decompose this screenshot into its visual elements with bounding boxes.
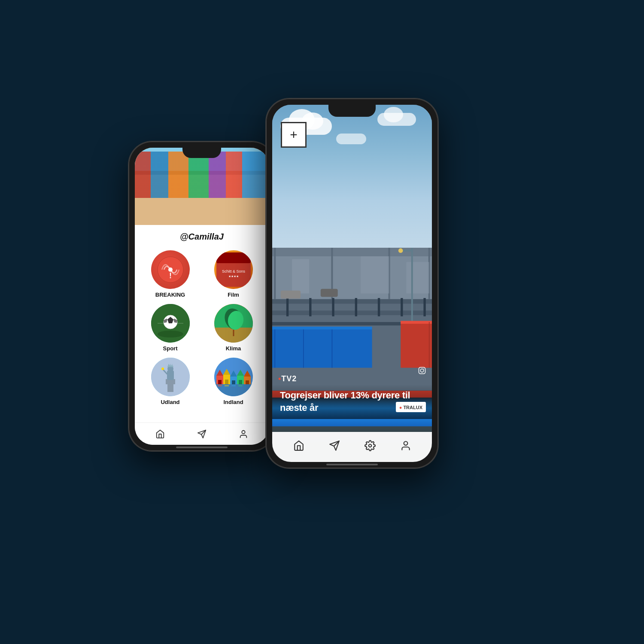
svg-point-8 (158, 331, 183, 337)
svg-rect-68 (423, 298, 425, 316)
left-bottom-nav (135, 422, 269, 445)
cloud-2 (377, 113, 416, 126)
svg-point-90 (368, 444, 371, 447)
right-nav-settings[interactable] (365, 440, 376, 454)
right-nav-send[interactable] (329, 440, 340, 454)
signal-waves: ! (151, 250, 190, 289)
svg-rect-44 (218, 385, 222, 386)
category-film[interactable]: Schitt & Sons ★★★★ Film (205, 250, 262, 298)
svg-rect-65 (355, 298, 357, 316)
svg-rect-58 (272, 299, 432, 304)
plus-icon: + (290, 128, 298, 141)
udland-label: Udland (161, 399, 179, 405)
sport-circle (151, 304, 190, 343)
notch-right (328, 105, 376, 117)
film-label: Film (228, 292, 239, 298)
klima-label: Klima (226, 345, 241, 352)
phone-left: 📷 @CamillaJ (129, 142, 275, 451)
svg-rect-82 (401, 322, 432, 368)
svg-point-50 (242, 430, 245, 433)
tv2-label: •TV2 (278, 374, 297, 383)
breaking-circle: ! (151, 250, 190, 289)
svg-rect-46 (231, 385, 236, 386)
street-scene (135, 148, 269, 225)
insta-icon (418, 367, 426, 376)
cloud-3 (336, 134, 366, 144)
svg-rect-45 (225, 385, 229, 386)
svg-point-86 (420, 369, 424, 373)
phones-container: 📷 @CamillaJ (129, 64, 515, 580)
svg-rect-83 (401, 321, 432, 324)
klima-circle (214, 304, 253, 343)
tv2-badge: •TV2 (278, 374, 297, 383)
right-nav-home[interactable] (293, 440, 304, 454)
svg-point-26 (161, 368, 164, 370)
svg-rect-67 (401, 298, 403, 316)
svg-rect-40 (239, 380, 242, 384)
svg-rect-47 (238, 385, 243, 386)
category-indland[interactable]: Indland (205, 358, 262, 405)
indland-label: Indland (223, 399, 243, 405)
svg-rect-66 (378, 298, 380, 316)
udland-circle (151, 358, 190, 396)
right-bottom-nav (272, 432, 432, 462)
svg-rect-77 (272, 328, 372, 368)
left-nav-send[interactable] (197, 429, 207, 439)
tralux-dot: ● (399, 405, 402, 410)
svg-rect-20 (167, 383, 173, 392)
svg-rect-34 (225, 380, 228, 384)
tralux-badge: ● TRALUX (396, 402, 426, 412)
notch-left (182, 148, 221, 158)
svg-rect-63 (309, 298, 311, 316)
svg-rect-69 (292, 259, 309, 293)
phone-right-screen: •TV2 + (272, 105, 432, 462)
breaking-label: BREAKING (155, 292, 185, 298)
category-udland[interactable]: Udland (142, 358, 199, 405)
category-breaking[interactable]: ! BREAKING (142, 250, 199, 298)
svg-rect-72 (281, 291, 301, 299)
film-circle: Schitt & Sons ★★★★ (214, 250, 253, 289)
svg-rect-70 (361, 256, 389, 294)
svg-rect-85 (419, 368, 425, 374)
svg-rect-4 (216, 252, 251, 263)
right-screen: •TV2 + (272, 105, 432, 462)
indland-circle (214, 358, 253, 396)
svg-point-91 (404, 441, 407, 445)
svg-rect-81 (272, 327, 372, 330)
svg-rect-59 (272, 310, 432, 315)
svg-rect-37 (232, 380, 235, 384)
svg-rect-71 (406, 262, 429, 293)
categories-grid: ! BREAKING (140, 250, 264, 405)
username-display: @CamillaJ (140, 232, 264, 242)
sport-inner (151, 304, 190, 343)
left-nav-person[interactable] (239, 429, 248, 439)
category-sport[interactable]: Sport (142, 304, 199, 352)
home-indicator-left (176, 447, 228, 448)
left-hero-image: 📷 (135, 148, 269, 225)
svg-point-76 (398, 248, 403, 253)
svg-rect-73 (321, 289, 338, 297)
right-nav-person[interactable] (400, 440, 411, 454)
svg-text:Schitt & Sons: Schitt & Sons (222, 269, 245, 273)
svg-text:★★★★: ★★★★ (228, 275, 239, 278)
left-nav-home[interactable] (155, 429, 165, 439)
sport-label: Sport (163, 345, 178, 352)
svg-text:!: ! (169, 271, 172, 280)
category-klima[interactable]: Klima (205, 304, 262, 352)
svg-rect-62 (286, 298, 289, 316)
svg-point-87 (423, 368, 424, 369)
tralux-text: ● TRALUX (399, 405, 422, 410)
svg-rect-22 (167, 371, 174, 380)
home-indicator-right (326, 464, 378, 465)
left-screen: 📷 @CamillaJ (135, 148, 269, 445)
svg-rect-53 (272, 248, 432, 256)
svg-rect-43 (246, 380, 249, 384)
svg-rect-31 (218, 380, 222, 384)
svg-rect-64 (332, 298, 334, 316)
plus-button[interactable]: + (281, 122, 307, 148)
phone-left-screen: 📷 @CamillaJ (135, 148, 269, 445)
station-area (272, 248, 432, 391)
left-content: @CamillaJ (135, 225, 269, 422)
phone-right: •TV2 + (266, 99, 438, 468)
